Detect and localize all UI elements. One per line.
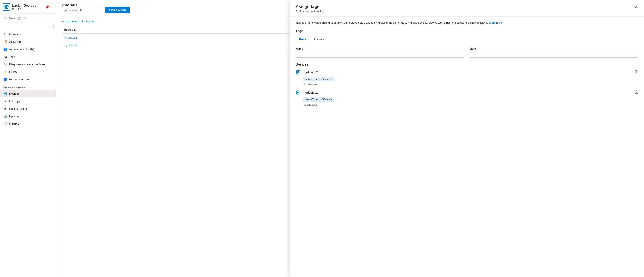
- panel-description: Tags are name/value pairs that enable yo…: [296, 21, 638, 25]
- add-device-label: Add Device: [65, 20, 78, 23]
- device-card-mydevice2: mydevice2 deviceType : HDCamera No chang…: [296, 70, 638, 86]
- device-name: mydevice1: [303, 91, 318, 94]
- device-name-field: Device name: [62, 3, 103, 13]
- tag-name-input[interactable]: [296, 51, 464, 58]
- device-tag-badge: deviceType : HDCamera: [303, 97, 334, 102]
- device-link[interactable]: mydevice1: [64, 44, 77, 47]
- sidebar-item-label: Activity log: [9, 40, 22, 43]
- add-icon: +: [62, 20, 64, 23]
- iot-edge-icon: ☁: [3, 99, 7, 103]
- chip-icon: [4, 5, 8, 10]
- svg-rect-30: [297, 92, 299, 93]
- activity-log-icon: 📋: [3, 40, 7, 44]
- add-device-button[interactable]: + Add Device: [62, 19, 79, 24]
- app-title-group: basic | Devices IoT Hub: [12, 4, 43, 11]
- panel-title-group: Assign tags Assign tags to 2 devices: [296, 4, 325, 13]
- sidebar-item-label: Events: [9, 70, 18, 74]
- delete-device-button[interactable]: [634, 70, 638, 75]
- collapse-button[interactable]: 《: [0, 23, 56, 30]
- device-name-input[interactable]: [62, 7, 103, 13]
- header-actions: 📌 ···: [45, 5, 54, 9]
- panel-body: Tags are name/value pairs that enable yo…: [290, 17, 644, 115]
- sidebar-item-tags[interactable]: 🏷 Tags: [0, 53, 56, 61]
- tag-input-row: Name : Value: [296, 47, 638, 58]
- tag-value-input[interactable]: [470, 51, 638, 58]
- colon-separator: :: [466, 53, 467, 56]
- device-tag-badge: deviceType : HDCamera: [303, 77, 334, 81]
- sidebar-item-updates[interactable]: 🔄 Updates: [0, 112, 56, 120]
- device-card-header: mydevice1: [296, 90, 638, 95]
- tags-icon: 🏷: [3, 55, 7, 59]
- device-name-label: Device name: [62, 3, 103, 6]
- device-management-section: Device management: [0, 83, 56, 90]
- tag-name-label: Name: [296, 47, 464, 50]
- app-resource: Devices: [24, 4, 36, 7]
- sidebar-item-overview[interactable]: ⊞ Overview: [0, 30, 56, 38]
- sidebar-item-diagnose[interactable]: 🔧 Diagnose and solve problems: [0, 61, 56, 68]
- sidebar-item-activity-log[interactable]: 📋 Activity log: [0, 38, 56, 46]
- learn-more-link[interactable]: Learn more: [488, 21, 502, 24]
- pricing-icon: 🔵: [3, 78, 7, 81]
- sidebar-item-pricing[interactable]: 🔵 Pricing and scale: [0, 76, 56, 83]
- svg-rect-22: [635, 71, 638, 73]
- sidebar-item-label: Pricing and scale: [9, 78, 30, 81]
- sidebar-item-label: Queries: [9, 122, 19, 125]
- assign-tags-panel: Assign tags Assign tags to 2 devices ✕ T…: [290, 0, 644, 277]
- overview-icon: ⊞: [3, 32, 7, 36]
- sidebar-item-iot-edge[interactable]: ☁ IoT Edge: [0, 97, 56, 105]
- sidebar-item-label: Updates: [9, 115, 19, 118]
- device-name: mydevice2: [303, 71, 318, 74]
- device-chip-icon: [296, 70, 301, 75]
- diagnose-icon: 🔧: [3, 62, 7, 66]
- sidebar: basic | Devices IoT Hub 📌 ··· 🔍 《 ⊞ Over…: [0, 0, 56, 277]
- access-control-icon: 👥: [3, 47, 7, 51]
- sidebar-item-label: Overview: [9, 33, 20, 36]
- svg-rect-1: [6, 6, 7, 8]
- sidebar-item-events[interactable]: ⚡ Events: [0, 68, 56, 76]
- svg-rect-39: [635, 91, 638, 94]
- sidebar-item-label: Devices: [9, 92, 20, 95]
- app-subtitle: IoT Hub: [12, 8, 43, 11]
- sidebar-header: basic | Devices IoT Hub 📌 ···: [0, 0, 56, 14]
- device-status: No changes: [303, 103, 638, 106]
- app-logo: [2, 3, 10, 11]
- delete-device-button[interactable]: [634, 90, 638, 95]
- sidebar-item-label: Access control (IAM): [9, 48, 34, 51]
- tag-name-field: Name: [296, 47, 464, 58]
- sidebar-item-label: Tags: [9, 55, 15, 58]
- sidebar-item-access-control[interactable]: 👥 Access control (IAM): [0, 46, 56, 53]
- find-devices-button[interactable]: Find devices: [106, 7, 130, 13]
- search-bar: 🔍: [0, 14, 56, 23]
- sidebar-nav: ⊞ Overview 📋 Activity log 👥 Access contr…: [0, 30, 56, 277]
- tag-value-label: Value: [470, 47, 638, 50]
- sidebar-item-devices[interactable]: Devices: [0, 90, 56, 97]
- updates-icon: 🔄: [3, 114, 7, 118]
- tab-basic[interactable]: Basic: [296, 36, 310, 43]
- sidebar-item-label: IoT Edge: [9, 100, 20, 103]
- sidebar-item-queries[interactable]: 📄 Queries: [0, 120, 56, 128]
- panel-close-button[interactable]: ✕: [633, 4, 638, 11]
- app-title: basic | Devices: [12, 4, 43, 8]
- more-icon[interactable]: ···: [51, 5, 54, 9]
- sidebar-item-label: Diagnose and solve problems: [9, 63, 45, 66]
- refresh-button[interactable]: ↻ Refresh: [82, 19, 96, 24]
- refresh-icon: ↻: [82, 20, 84, 23]
- search-input[interactable]: [2, 15, 54, 21]
- events-icon: ⚡: [3, 70, 7, 74]
- device-card-mydevice1: mydevice1 deviceType : HDCamera No chang…: [296, 90, 638, 106]
- sidebar-item-configurations[interactable]: ⚙ Configurations: [0, 105, 56, 112]
- tab-advanced[interactable]: Advanced: [310, 36, 330, 43]
- devices-icon: [3, 92, 7, 96]
- device-card-header: mydevice2: [296, 70, 638, 75]
- configurations-icon: ⚙: [3, 107, 7, 111]
- device-chip-icon: [296, 90, 301, 95]
- panel-title: Assign tags: [296, 4, 325, 9]
- panel-subtitle: Assign tags to 2 devices: [296, 10, 325, 13]
- tag-value-field: Value: [470, 47, 638, 58]
- refresh-label: Refresh: [86, 20, 95, 23]
- tags-section-label: Tags: [296, 29, 638, 33]
- device-link[interactable]: mydevice2: [64, 36, 77, 39]
- search-icon: 🔍: [4, 17, 8, 20]
- pin-icon[interactable]: 📌: [45, 5, 50, 9]
- sidebar-item-label: Configurations: [9, 107, 27, 110]
